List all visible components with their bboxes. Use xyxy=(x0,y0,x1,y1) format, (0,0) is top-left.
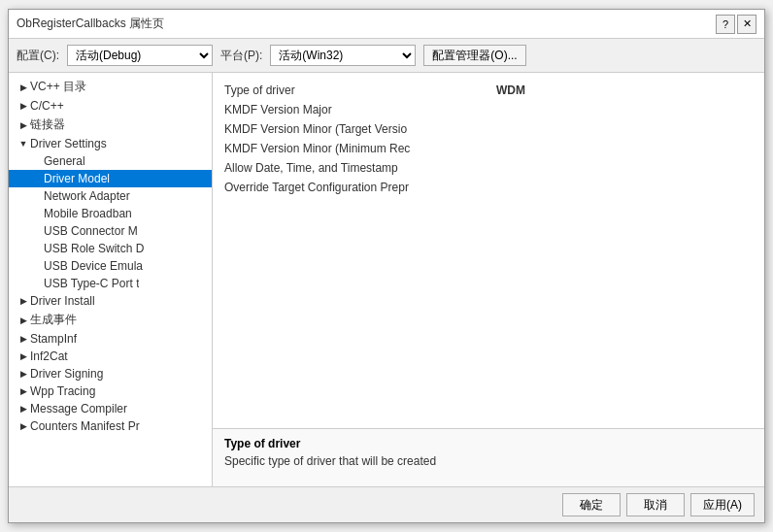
expand-icon: ▶ xyxy=(17,349,30,363)
tree-label: Wpp Tracing xyxy=(30,384,95,398)
tree-label: USB Device Emula xyxy=(44,259,143,273)
tree-label: 生成事件 xyxy=(30,312,77,328)
config-label: 配置(C): xyxy=(17,48,59,64)
close-button[interactable]: ✕ xyxy=(737,15,756,34)
tree-item-usb-typec-port[interactable]: USB Type-C Port t xyxy=(9,275,212,292)
expand-icon: ▶ xyxy=(17,118,30,132)
tree-label: C/C++ xyxy=(30,99,64,113)
tree-label: Driver Signing xyxy=(30,367,103,381)
tree-item-usb-role-switch[interactable]: USB Role Switch D xyxy=(9,240,212,257)
expand-icon: ▶ xyxy=(17,332,30,346)
toolbar: 配置(C): 活动(Debug) 平台(P): 活动(Win32) 配置管理器(… xyxy=(9,39,764,73)
tree-item-usb-connector[interactable]: USB Connector M xyxy=(9,222,212,240)
expand-icon: ▶ xyxy=(17,367,30,381)
tree-label: Counters Manifest Pr xyxy=(30,419,140,433)
tree-label: Mobile Broadban xyxy=(44,207,132,220)
leaf-icon xyxy=(30,189,44,203)
leaf-icon xyxy=(30,242,44,255)
tree-item-driver-install[interactable]: ▶Driver Install xyxy=(9,292,212,310)
cancel-button[interactable]: 取消 xyxy=(626,493,685,516)
prop-name: KMDF Version Minor (Minimum Rec xyxy=(224,142,496,155)
right-panel: Type of driver WDM KMDF Version Major KM… xyxy=(213,73,764,486)
prop-name: Override Target Configuration Prepr xyxy=(224,181,496,194)
title-bar-controls: ? ✕ xyxy=(716,15,756,34)
prop-row: KMDF Version Minor (Target Versio xyxy=(220,119,756,139)
tree-label: Inf2Cat xyxy=(30,349,68,363)
expand-icon: ▶ xyxy=(17,314,30,327)
tree-item-general[interactable]: General xyxy=(9,152,212,170)
prop-name: Type of driver xyxy=(224,83,496,97)
config-select[interactable]: 活动(Debug) xyxy=(67,45,213,66)
tree-panel: ▶VC++ 目录▶C/C++▶链接器▼Driver Settings Gener… xyxy=(9,73,213,486)
tree-label: General xyxy=(44,154,85,168)
prop-row: KMDF Version Major xyxy=(220,100,756,119)
tree-label: USB Connector M xyxy=(44,224,138,238)
prop-row: Type of driver WDM xyxy=(220,81,756,100)
tree-label: StampInf xyxy=(30,332,77,346)
tree-item-wpp-tracing[interactable]: ▶Wpp Tracing xyxy=(9,382,212,400)
properties-table: Type of driver WDM KMDF Version Major KM… xyxy=(213,73,764,428)
expand-icon: ▶ xyxy=(17,99,30,113)
tree-label: Driver Model xyxy=(44,172,110,185)
leaf-icon xyxy=(30,259,44,273)
tree-item-network-adapter[interactable]: Network Adapter xyxy=(9,187,212,205)
description-text: Specific type of driver that will be cre… xyxy=(224,454,753,468)
tree-item-message-compiler[interactable]: ▶Message Compiler xyxy=(9,400,212,417)
leaf-icon xyxy=(30,277,44,290)
tree-label: USB Role Switch D xyxy=(44,242,144,255)
tree-label: Network Adapter xyxy=(44,189,130,203)
tree-label: USB Type-C Port t xyxy=(44,277,139,290)
prop-row: Allow Date, Time, and Timestamp xyxy=(220,158,756,178)
tree-item-driver-settings[interactable]: ▼Driver Settings xyxy=(9,135,212,152)
leaf-icon xyxy=(30,207,44,220)
prop-row: KMDF Version Minor (Minimum Rec xyxy=(220,139,756,158)
tree-item-stampinf[interactable]: ▶StampInf xyxy=(9,330,212,348)
tree-item-driver-model[interactable]: Driver Model xyxy=(9,170,212,187)
tree-item-inf2cat[interactable]: ▶Inf2Cat xyxy=(9,348,212,365)
expand-icon: ▶ xyxy=(17,402,30,416)
tree-item-driver-signing[interactable]: ▶Driver Signing xyxy=(9,365,212,382)
tree-item-counters-manifest[interactable]: ▶Counters Manifest Pr xyxy=(9,417,212,435)
tree-item-vcpp[interactable]: ▶VC++ 目录 xyxy=(9,77,212,97)
description-title: Type of driver xyxy=(224,437,753,450)
dialog: ObRegisterCallbacks 属性页 ? ✕ 配置(C): 活动(De… xyxy=(8,9,765,523)
title-bar: ObRegisterCallbacks 属性页 ? ✕ xyxy=(9,10,764,39)
tree-item-mobile-broadban[interactable]: Mobile Broadban xyxy=(9,205,212,222)
ok-button[interactable]: 确定 xyxy=(562,493,621,516)
prop-name: KMDF Version Major xyxy=(224,103,496,116)
tree-label: VC++ 目录 xyxy=(30,79,86,95)
tree-item-linker[interactable]: ▶链接器 xyxy=(9,115,212,135)
expand-icon: ▶ xyxy=(17,384,30,398)
tree-item-generate-events[interactable]: ▶生成事件 xyxy=(9,310,212,330)
tree-label: Driver Settings xyxy=(30,137,107,150)
main-content: ▶VC++ 目录▶C/C++▶链接器▼Driver Settings Gener… xyxy=(9,73,764,486)
leaf-icon xyxy=(30,172,44,185)
tree-item-cpp[interactable]: ▶C/C++ xyxy=(9,97,212,115)
tree-label: Message Compiler xyxy=(30,402,127,416)
prop-row: Override Target Configuration Prepr xyxy=(220,178,756,197)
apply-button[interactable]: 应用(A) xyxy=(690,493,755,516)
expand-icon: ▶ xyxy=(17,419,30,433)
tree-item-usb-device-emula[interactable]: USB Device Emula xyxy=(9,257,212,275)
expand-icon: ▶ xyxy=(17,294,30,308)
footer: 确定 取消 应用(A) xyxy=(9,486,764,522)
prop-value: WDM xyxy=(496,83,525,97)
config-manager-button[interactable]: 配置管理器(O)... xyxy=(423,45,525,66)
tree-label: 链接器 xyxy=(30,116,65,133)
leaf-icon xyxy=(30,224,44,238)
help-button[interactable]: ? xyxy=(716,15,735,34)
platform-label: 平台(P): xyxy=(220,48,262,64)
dialog-title: ObRegisterCallbacks 属性页 xyxy=(17,16,164,32)
expand-icon: ▼ xyxy=(17,137,30,150)
prop-name: Allow Date, Time, and Timestamp xyxy=(224,161,496,175)
tree-label: Driver Install xyxy=(30,294,95,308)
platform-select[interactable]: 活动(Win32) xyxy=(270,45,416,66)
expand-icon: ▶ xyxy=(17,81,30,94)
prop-name: KMDF Version Minor (Target Versio xyxy=(224,122,496,136)
description-panel: Type of driver Specific type of driver t… xyxy=(213,428,764,486)
leaf-icon xyxy=(30,154,44,168)
